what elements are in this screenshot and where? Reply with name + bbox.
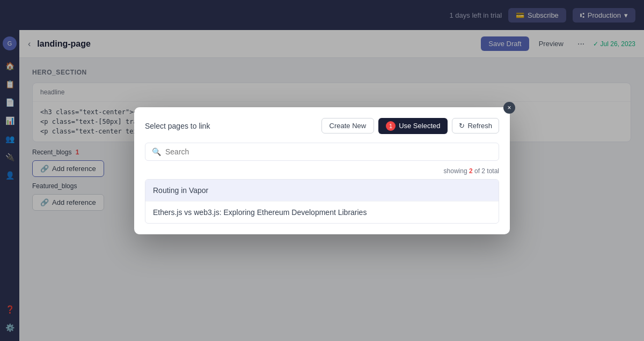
- modal-title: Select pages to link: [145, 122, 210, 130]
- select-pages-modal: × Select pages to link Create New 1 Use …: [134, 107, 510, 234]
- refresh-button[interactable]: ↻ Refresh: [452, 118, 499, 134]
- modal-actions: Create New 1 Use Selected ↻ Refresh: [321, 118, 500, 134]
- modal-header: Select pages to link Create New 1 Use Se…: [145, 118, 499, 134]
- list-item[interactable]: Routing in Vapor: [145, 180, 499, 202]
- use-selected-count: 1: [386, 121, 396, 131]
- refresh-icon: ↻: [459, 122, 465, 130]
- pages-list: Routing in Vapor Ethers.js vs web3.js: E…: [145, 179, 499, 224]
- search-input[interactable]: [165, 147, 492, 156]
- use-selected-button[interactable]: 1 Use Selected: [378, 118, 448, 134]
- create-new-button[interactable]: Create New: [321, 118, 375, 134]
- list-item[interactable]: Ethers.js vs web3.js: Exploring Ethereum…: [145, 202, 499, 223]
- close-modal-button[interactable]: ×: [503, 102, 515, 114]
- modal-overlay: × Select pages to link Create New 1 Use …: [0, 0, 644, 341]
- search-icon: 🔍: [152, 147, 161, 156]
- showing-text: showing 2 of 2 total: [145, 167, 499, 175]
- search-box: 🔍: [145, 143, 499, 161]
